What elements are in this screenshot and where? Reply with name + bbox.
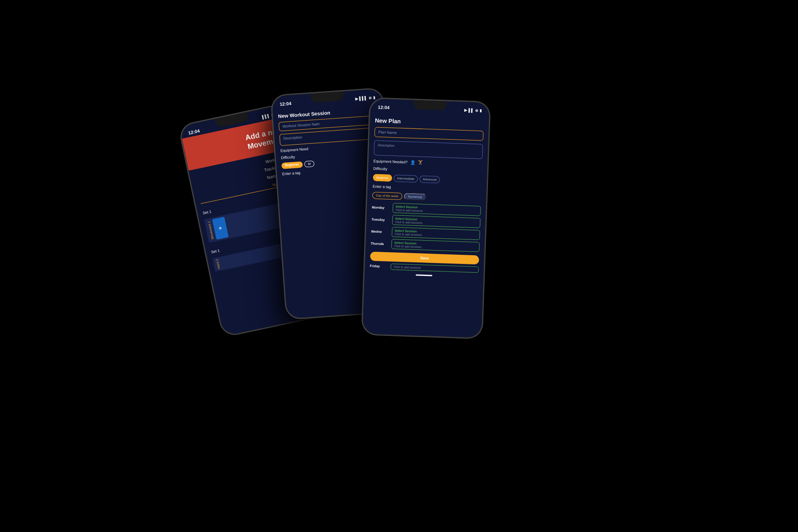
p3-description[interactable]: Description: [374, 140, 483, 159]
time-3: 12:04: [378, 105, 390, 110]
home-indicator: [369, 273, 478, 279]
time-2: 12:04: [280, 101, 292, 107]
p3-title: New Plan: [375, 117, 484, 128]
p3-friday-label: Friday: [370, 264, 388, 268]
p3-monday-session[interactable]: Select Session Click to add sessions: [392, 203, 481, 216]
p3-tuesday-label: Tuesday: [372, 217, 390, 222]
p3-intermediate-btn[interactable]: Intermediate: [394, 175, 418, 182]
location-icon-3: ▶: [464, 108, 467, 112]
p3-friday-add: Click to add sessions: [394, 265, 476, 271]
p3-content: New Plan Plan Name Description Equipment…: [362, 111, 489, 338]
p1-set1-text: Set 1: [202, 209, 212, 215]
p3-difficulty-options: Beginner Intermediate Advanced: [373, 174, 482, 185]
phone-frame-3: 12:04 ▶ ▌▌ ⊜ ▮ New Plan Plan Name Descri…: [362, 98, 490, 339]
dumbbell-icon: 🏋: [418, 160, 423, 165]
p1-rep-label: R: [219, 226, 222, 230]
p3-advanced-btn[interactable]: Advanced: [419, 175, 440, 183]
p2-beginner-tag[interactable]: Beginner: [281, 161, 303, 169]
p1-blue-box: R: [212, 217, 229, 240]
p3-friday-session[interactable]: Click to add sessions: [391, 264, 479, 273]
wifi-icon-3: ⊜: [475, 108, 478, 113]
p3-thursday-session[interactable]: Select Session Click to add sessions: [391, 239, 480, 252]
phone-new-plan: 12:04 ▶ ▌▌ ⊜ ▮ New Plan Plan Name Descri…: [362, 98, 490, 339]
screen-3: 12:04 ▶ ▌▌ ⊜ ▮ New Plan Plan Name Descri…: [362, 99, 490, 338]
p3-days-section: Monday Select Session Click to add sessi…: [370, 202, 481, 252]
p3-equipment-label: Equipment Needed?: [374, 159, 408, 164]
p3-tuesday-session[interactable]: Select Session Click to add sessions: [392, 215, 480, 228]
p3-save-button[interactable]: Save: [370, 251, 479, 264]
status-icons-3: ▶ ▌▌ ⊜ ▮: [464, 108, 482, 113]
signal-icon-3: ▌▌: [468, 108, 474, 112]
p3-tag-options: Day of the week Numerical: [372, 192, 481, 202]
p3-save-section: Save Friday Click to add sessions: [369, 251, 479, 279]
p3-wednesday-session[interactable]: Select Session Click to add sessions: [392, 227, 480, 240]
battery-icon-3: ▮: [480, 108, 482, 113]
time-1: 12:04: [188, 128, 200, 135]
p3-beginner-btn[interactable]: Beginner: [373, 174, 392, 182]
p3-day-of-week-btn[interactable]: Day of the week: [372, 192, 402, 200]
p3-wednesday-row: Wedne Select Session Click to add sessio…: [371, 226, 480, 240]
p3-wednesday-label: Wedne: [371, 229, 389, 234]
signal-icon-2: ▌▌▌: [359, 96, 367, 101]
p3-thursday-row: Thursda Select Session Click to add sess…: [370, 238, 480, 252]
location-icon-2: ▶: [355, 96, 358, 101]
p1-movement2-label: ment 2: [215, 259, 221, 270]
p3-monday-row: Monday Select Session Click to add sessi…: [372, 202, 481, 216]
p3-numerical-btn[interactable]: Numerical: [404, 193, 426, 201]
phones-scene: 12:04 ▌▌▌ ⊜ ▮ Add a newMovement Workout …: [212, 79, 586, 453]
p3-tuesday-row: Tuesday Select Session Click to add sess…: [371, 214, 480, 228]
p1-set2-text: Set 1: [211, 249, 220, 254]
signal-icon-1: ▌▌▌: [262, 113, 271, 119]
p3-plan-name[interactable]: Plan Name: [374, 127, 484, 141]
p3-friday-row: Friday Click to add sessions: [370, 263, 479, 273]
home-bar: [416, 274, 432, 276]
p3-tag-label: Enter a tag: [372, 184, 481, 192]
p3-equipment-row: Equipment Needed? 👤 🏋: [374, 159, 483, 167]
person-icon: 👤: [410, 160, 415, 165]
p2-m-tag[interactable]: M: [304, 160, 315, 167]
p3-difficulty-label: Difficulty: [373, 167, 482, 175]
p3-thursday-label: Thursda: [371, 241, 389, 246]
p3-monday-label: Monday: [372, 205, 390, 210]
